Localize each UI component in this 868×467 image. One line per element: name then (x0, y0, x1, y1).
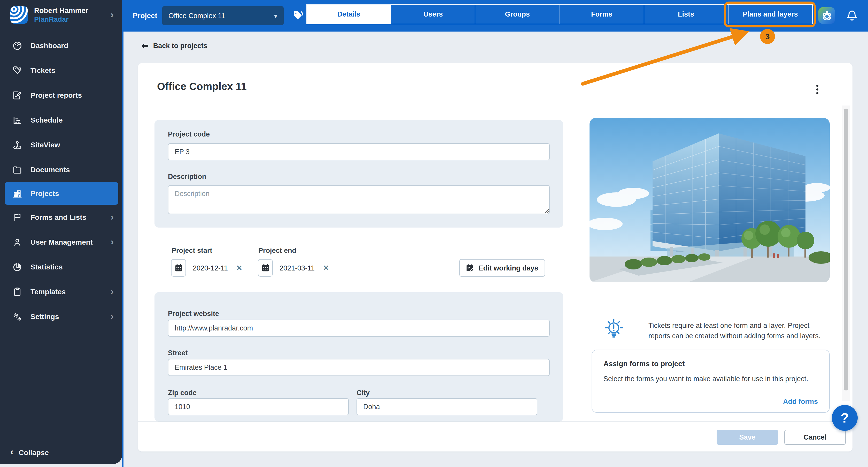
description-textarea[interactable] (168, 185, 550, 214)
folder-icon (12, 165, 22, 175)
account-switcher[interactable]: Robert Hammer PlanRadar › (0, 0, 122, 29)
selected-project: Office Complex 11 (168, 12, 225, 20)
zip-code-input[interactable] (168, 398, 349, 415)
sidebar-item-siteview[interactable]: SiteView (0, 133, 122, 157)
sidebar-item-label: Project reports (30, 91, 82, 99)
sidebar-item-forms-and-lists[interactable]: Forms and Lists › (0, 205, 122, 230)
sidebar-item-label: Statistics (30, 263, 63, 271)
user-name: Robert Hammer (34, 6, 88, 15)
project-start-field: 2020-12-11 ✕ (171, 259, 242, 277)
chevron-right-icon: › (111, 311, 114, 322)
chevron-right-icon: › (111, 287, 114, 297)
save-button[interactable]: Save (717, 430, 778, 445)
chevron-down-icon: ▼ (273, 13, 278, 19)
chevron-left-icon: ‹ (10, 447, 13, 458)
project-start-value[interactable]: 2020-12-11 (193, 264, 228, 272)
street-input[interactable] (168, 359, 550, 376)
collapse-label: Collapse (19, 448, 49, 457)
tab-users[interactable]: Users (391, 5, 475, 24)
tab-label: Groups (505, 10, 530, 18)
sidebar-item-project-reports[interactable]: Project reports (0, 83, 122, 108)
project-code-input[interactable] (168, 143, 550, 160)
project-photo (590, 118, 830, 282)
help-button[interactable]: ? (832, 405, 858, 431)
pie-chart-icon (12, 262, 22, 272)
project-selector-dropdown[interactable]: Office Complex 11 ▼ (162, 6, 284, 25)
sidebar-item-projects[interactable]: Projects (5, 182, 118, 205)
card-footer: Save Cancel (138, 421, 852, 451)
tip-text: Tickets require at least one form and a … (648, 321, 823, 341)
arrow-left-icon: ⬅ (142, 41, 149, 51)
topbar: Project Office Complex 11 ▼ Details User… (123, 0, 868, 32)
planradar-app: Robert Hammer PlanRadar › Dashboard (0, 0, 868, 467)
add-forms-link[interactable]: Add forms (783, 398, 818, 405)
page-title: Office Complex 11 (157, 81, 247, 93)
street-label: Street (168, 349, 188, 357)
tab-plans-and-layers[interactable]: Plans and layers (728, 5, 812, 24)
sidebar-item-settings[interactable]: Settings › (0, 304, 122, 329)
project-tags-icon[interactable] (292, 10, 304, 22)
description-label: Description (168, 173, 207, 180)
scrollbar-thumb[interactable] (844, 109, 848, 390)
sidebar-item-label: Documents (30, 166, 70, 174)
siteview-icon (12, 140, 22, 150)
project-end-value[interactable]: 2021-03-11 (280, 264, 315, 272)
project-start-label: Project start (172, 247, 212, 255)
tab-label: Plans and layers (743, 10, 798, 18)
edit-working-days-label: Edit working days (478, 264, 538, 272)
screenshot-stage: Robert Hammer PlanRadar › Dashboard (0, 0, 868, 467)
planradar-logo-icon (10, 6, 28, 24)
buildings-icon (12, 189, 22, 199)
workspace-name: PlanRadar (34, 15, 88, 24)
calendar-icon[interactable] (258, 259, 273, 277)
sidebar-item-dashboard[interactable]: Dashboard (0, 33, 122, 58)
project-details-card: Office Complex 11 Project code Descripti… (138, 63, 852, 451)
vertical-scrollbar[interactable] (842, 106, 850, 401)
sidebar-item-user-management[interactable]: User Management › (0, 230, 122, 255)
report-icon (12, 90, 22, 100)
clipboard-icon (12, 287, 22, 297)
more-options-kebab-icon[interactable] (813, 84, 822, 95)
back-to-projects-link[interactable]: ⬅ Back to projects (142, 41, 208, 51)
sidebar-nav: Dashboard Tickets (0, 33, 122, 329)
calendar-icon[interactable] (171, 259, 186, 277)
tab-groups[interactable]: Groups (475, 5, 560, 24)
project-website-label: Project website (168, 310, 219, 318)
city-input[interactable] (356, 398, 537, 415)
sidebar-collapse-button[interactable]: ‹ Collapse (10, 447, 49, 458)
gears-icon (12, 312, 22, 322)
project-label: Project (133, 0, 157, 32)
sidebar-item-schedule[interactable]: Schedule (0, 108, 122, 133)
chevron-right-icon: › (111, 237, 114, 248)
assign-forms-panel: Assign forms to project Select the forms… (592, 350, 830, 413)
user-icon (12, 237, 22, 247)
schedule-gantt-icon (12, 115, 22, 125)
account-info: Robert Hammer PlanRadar (34, 6, 88, 24)
connect-apps-button[interactable] (818, 7, 835, 24)
assign-forms-title: Assign forms to project (603, 359, 685, 368)
sidebar-item-label: User Management (30, 238, 93, 246)
chevron-right-icon: › (111, 212, 114, 223)
address-panel: Project website Street Zip code City (154, 292, 563, 421)
sidebar-item-documents[interactable]: Documents (0, 157, 122, 182)
sidebar-item-templates[interactable]: Templates › (0, 280, 122, 304)
project-end-label: Project end (258, 247, 296, 255)
tab-lists[interactable]: Lists (644, 5, 728, 24)
clear-start-date-icon[interactable]: ✕ (236, 264, 242, 272)
project-code-label: Project code (168, 130, 210, 138)
notifications-bell-icon[interactable] (845, 9, 859, 22)
calendar-edit-icon (466, 264, 474, 272)
tab-forms[interactable]: Forms (560, 5, 644, 24)
tab-label: Lists (678, 10, 694, 18)
sidebar-item-statistics[interactable]: Statistics (0, 255, 122, 280)
cancel-button[interactable]: Cancel (784, 430, 846, 445)
clear-end-date-icon[interactable]: ✕ (323, 264, 329, 272)
tab-details[interactable]: Details (307, 5, 391, 24)
tab-label: Forms (591, 10, 613, 18)
back-link-label: Back to projects (153, 42, 208, 50)
ticket-tag-icon (12, 66, 22, 76)
project-website-input[interactable] (168, 320, 550, 337)
edit-working-days-button[interactable]: Edit working days (459, 259, 545, 277)
sidebar-item-tickets[interactable]: Tickets (0, 58, 122, 83)
code-description-panel: Project code Description (154, 120, 563, 228)
